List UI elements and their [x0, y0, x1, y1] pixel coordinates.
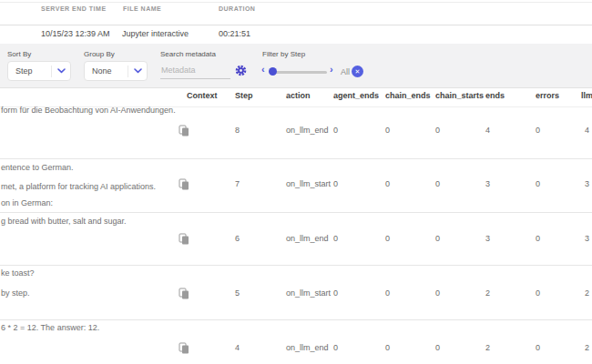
slider-right-icon[interactable]: ›	[330, 65, 333, 75]
context-text: g bread with butter, salt and sugar.	[1, 217, 127, 226]
cell-step: 5	[235, 288, 240, 298]
sort-by-select[interactable]: Step	[7, 61, 71, 81]
col-header-agent-ends[interactable]: agent_ends	[333, 91, 379, 100]
col-header-errors[interactable]: errors	[536, 91, 559, 100]
copy-icon	[179, 343, 189, 357]
col-header-context[interactable]: Context	[187, 91, 218, 100]
context-text: met, a platform for tracking AI applicat…	[1, 182, 156, 191]
slider-left-icon[interactable]: ‹	[261, 65, 265, 75]
cell-chain-ends: 0	[385, 343, 390, 352]
close-icon: ✕	[355, 68, 361, 75]
copy-icon	[179, 179, 189, 193]
cell-ends: 4	[485, 126, 490, 135]
cell-step: 4	[235, 343, 240, 352]
col-header-step[interactable]: Step	[235, 91, 253, 100]
cell-llm: 3	[585, 179, 589, 188]
cell-step: 6	[235, 234, 240, 243]
cell-llm: 2	[585, 343, 589, 352]
copy-button[interactable]	[179, 125, 189, 136]
sort-by-label: Sort By	[7, 50, 31, 58]
copy-button[interactable]	[179, 342, 189, 354]
cell-chain-starts: 0	[435, 126, 440, 135]
cell-action: on_llm_end	[286, 126, 329, 135]
filter-by-step-label: Filter by Step	[262, 50, 305, 58]
cell-chain-ends: 0	[385, 126, 390, 135]
cell-chain-starts: 0	[435, 288, 440, 298]
col-header-chain-ends[interactable]: chain_ends	[385, 91, 431, 100]
cell-ends: 2	[485, 288, 490, 298]
cell-errors: 0	[536, 288, 540, 298]
step-slider-thumb[interactable]	[269, 67, 277, 76]
context-text: 6 * 2 = 12. The answer: 12.	[1, 323, 99, 332]
search-settings-button[interactable]	[235, 65, 247, 76]
run-col-duration: DURATION	[219, 5, 255, 12]
cell-ends: 2	[485, 343, 490, 352]
divider	[0, 25, 592, 25]
cell-llm: 3	[585, 234, 589, 243]
col-header-chain-starts[interactable]: chain_starts	[435, 91, 484, 100]
search-metadata-label: Search metadata	[160, 50, 216, 58]
copy-icon	[179, 126, 189, 139]
row-divider	[0, 212, 592, 213]
cell-chain-starts: 0	[435, 234, 440, 243]
copy-button[interactable]	[179, 288, 189, 299]
cell-action: on_llm_end	[286, 343, 329, 352]
run-col-file-name: FILE NAME	[123, 5, 161, 12]
copy-icon	[179, 234, 189, 248]
cell-action: on_llm_end	[286, 234, 329, 243]
group-by-label: Group By	[84, 50, 115, 58]
cell-agent-ends: 0	[333, 343, 338, 352]
copy-button[interactable]	[179, 233, 189, 245]
sort-by-value: Step	[8, 66, 51, 76]
trace-table-screen: SERVER END TIME FILE NAME DURATION 10/15…	[0, 0, 592, 364]
copy-button[interactable]	[179, 178, 189, 190]
cell-agent-ends: 0	[333, 179, 338, 188]
row-divider	[0, 319, 592, 320]
cell-errors: 0	[536, 179, 540, 188]
row-divider	[0, 158, 592, 159]
cell-chain-starts: 0	[435, 179, 440, 188]
cell-llm: 2	[585, 288, 589, 298]
context-text: entence to German.	[1, 163, 74, 172]
cell-chain-ends: 0	[385, 179, 390, 188]
step-slider-track[interactable]	[270, 71, 327, 74]
context-text: on in German:	[1, 198, 53, 207]
cell-agent-ends: 0	[333, 288, 338, 298]
cell-errors: 0	[536, 343, 540, 352]
filter-toolbar: Sort By Step Group By None Search metada…	[0, 44, 592, 88]
search-metadata-input[interactable]	[160, 66, 230, 79]
group-by-select[interactable]: None	[84, 61, 148, 81]
row-divider	[0, 265, 592, 266]
context-text: ke toast?	[1, 268, 35, 278]
cell-agent-ends: 0	[333, 234, 338, 243]
cell-action: on_llm_start	[286, 288, 331, 298]
gear-icon	[235, 66, 247, 79]
clear-filter-button[interactable]: ✕	[352, 66, 363, 77]
cell-step: 7	[235, 179, 240, 188]
context-text: form für die Beobachtung von AI-Anwendun…	[1, 106, 176, 115]
col-header-ends[interactable]: ends	[485, 91, 505, 100]
divider	[0, 2, 592, 3]
cell-step: 8	[235, 126, 240, 135]
run-duration: 00:21:51	[219, 29, 250, 38]
copy-icon	[179, 288, 189, 302]
group-by-value: None	[85, 66, 128, 76]
run-server-end-time: 10/15/23 12:39 AM	[41, 29, 110, 38]
cell-errors: 0	[536, 126, 540, 135]
cell-errors: 0	[536, 234, 540, 243]
cell-llm: 4	[585, 126, 589, 135]
cell-chain-starts: 0	[435, 343, 440, 352]
cell-chain-ends: 0	[385, 234, 390, 243]
chevron-down-icon	[52, 68, 70, 74]
run-col-server-end-time: SERVER END TIME	[41, 5, 107, 12]
cell-ends: 3	[485, 234, 490, 243]
cell-agent-ends: 0	[333, 126, 338, 135]
run-file-name: Jupyter interactive	[122, 29, 189, 38]
context-text: by step.	[1, 288, 30, 298]
col-header-llm[interactable]: llm	[581, 91, 592, 100]
col-header-action[interactable]: action	[286, 91, 311, 100]
filter-value: All	[341, 67, 350, 76]
cell-chain-ends: 0	[385, 288, 390, 298]
cell-ends: 3	[485, 179, 490, 188]
cell-action: on_llm_start	[286, 179, 331, 188]
